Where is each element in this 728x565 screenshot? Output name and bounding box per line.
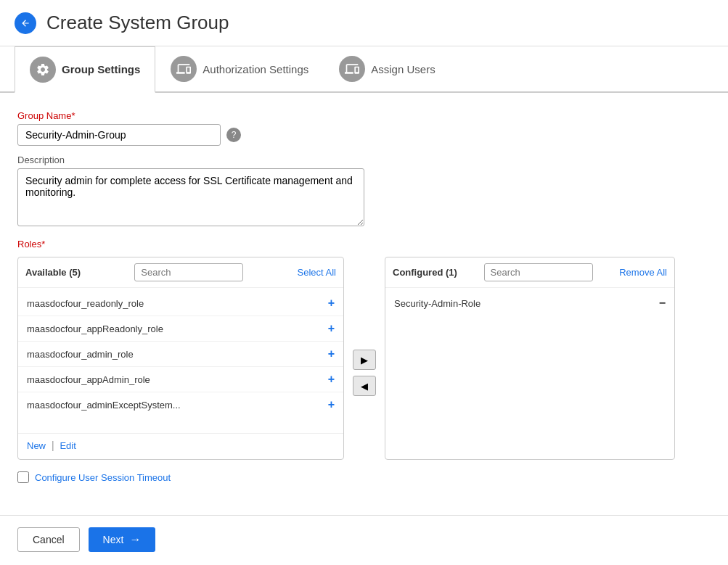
tab-assign-users[interactable]: Assign Users	[324, 46, 450, 91]
configured-search-input[interactable]	[484, 263, 593, 281]
new-role-link[interactable]: New	[27, 440, 46, 451]
assign-users-icon	[339, 56, 365, 82]
available-panel: Available (5) Select All maasdocfour_rea…	[17, 257, 344, 460]
configured-roles-list: Security-Admin-Role −	[385, 288, 674, 433]
add-role-button[interactable]: +	[328, 322, 335, 335]
gear-icon	[30, 57, 56, 83]
help-icon[interactable]: ?	[226, 128, 241, 142]
list-item: Security-Admin-Role −	[385, 291, 674, 316]
list-item: maasdocfour_appReadonly_role +	[18, 316, 343, 342]
add-role-button[interactable]: +	[328, 347, 335, 360]
next-label: Next	[103, 534, 124, 545]
tab-authorization-settings[interactable]: Authorization Settings	[155, 46, 324, 91]
next-arrow-icon: →	[129, 533, 141, 546]
add-role-button[interactable]: +	[328, 297, 335, 310]
cancel-button[interactable]: Cancel	[17, 527, 80, 552]
configured-panel: Configured (1) Remove All Security-Admin…	[385, 257, 675, 460]
role-name: maasdocfour_appReadonly_role	[27, 323, 163, 334]
add-role-button[interactable]: +	[328, 373, 335, 386]
description-label: Description	[17, 154, 711, 165]
remove-role-button[interactable]: −	[659, 297, 666, 310]
bottom-bar: Cancel Next →	[0, 515, 728, 564]
role-name: maasdocfour_adminExceptSystem...	[27, 400, 181, 411]
roles-label: Roles*	[17, 239, 711, 249]
available-panel-title: Available (5)	[25, 267, 81, 278]
tab-group-settings-label: Group Settings	[62, 63, 140, 75]
right-arrow-icon: ▶	[361, 355, 368, 366]
description-input[interactable]: Security admin for complete access for S…	[17, 168, 364, 226]
list-item: maasdocfour_adminExceptSystem... +	[18, 392, 343, 417]
tab-authorization-label: Authorization Settings	[203, 63, 308, 75]
next-button[interactable]: Next →	[89, 527, 156, 552]
list-item: maasdocfour_readonly_role +	[18, 291, 343, 316]
available-roles-list: maasdocfour_readonly_role + maasdocfour_…	[18, 288, 343, 433]
role-name: maasdocfour_readonly_role	[27, 298, 144, 309]
group-name-input[interactable]	[17, 124, 221, 146]
group-name-label: Group Name*	[17, 110, 711, 121]
authorization-icon	[171, 56, 197, 82]
role-name: maasdocfour_admin_role	[27, 349, 134, 360]
role-name: maasdocfour_appAdmin_role	[27, 374, 150, 385]
role-name: Security-Admin-Role	[394, 298, 480, 309]
transfer-buttons: ▶ ◀	[353, 350, 376, 396]
page-title: Create System Group	[46, 12, 229, 34]
session-timeout-checkbox[interactable]	[17, 471, 29, 483]
add-role-button[interactable]: +	[328, 398, 335, 411]
configured-panel-title: Configured (1)	[393, 267, 457, 278]
edit-role-link[interactable]: Edit	[60, 440, 75, 451]
back-button[interactable]	[15, 12, 36, 34]
tabs-bar: Group Settings Authorization Settings As…	[0, 46, 728, 93]
available-search-input[interactable]	[134, 263, 243, 281]
remove-all-button[interactable]: Remove All	[619, 267, 667, 278]
list-item: maasdocfour_admin_role +	[18, 342, 343, 367]
transfer-left-button[interactable]: ◀	[353, 376, 376, 396]
session-timeout-label[interactable]: Configure User Session Timeout	[35, 472, 171, 483]
list-item: maasdocfour_appAdmin_role +	[18, 367, 343, 392]
tab-assign-users-label: Assign Users	[371, 63, 435, 75]
tab-group-settings[interactable]: Group Settings	[15, 46, 155, 93]
left-arrow-icon: ◀	[361, 381, 368, 392]
select-all-button[interactable]: Select All	[298, 267, 336, 278]
transfer-right-button[interactable]: ▶	[353, 350, 376, 370]
